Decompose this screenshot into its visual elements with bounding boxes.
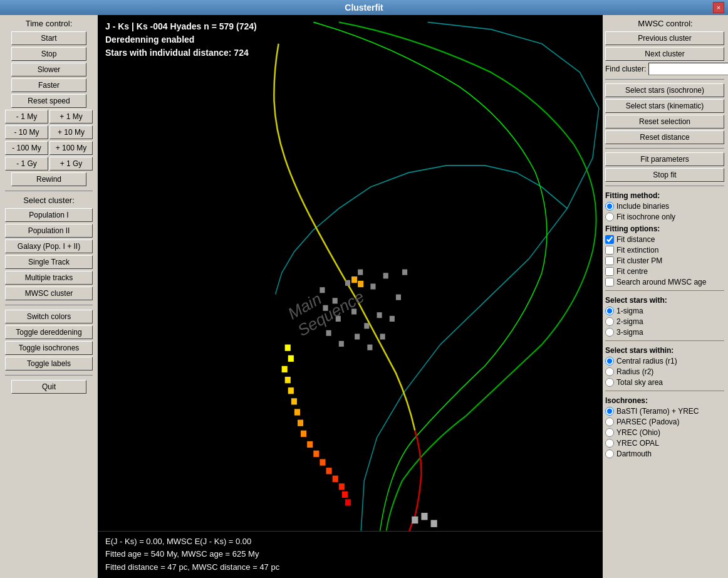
galaxy-button[interactable]: Galaxy (Pop. I + II) bbox=[5, 239, 93, 253]
svg-rect-38 bbox=[358, 281, 363, 287]
faster-button[interactable]: Faster bbox=[11, 78, 86, 92]
svg-rect-29 bbox=[307, 441, 313, 448]
include-binaries-row: Include binaries bbox=[605, 202, 724, 211]
radius-r2-radio[interactable] bbox=[605, 367, 614, 376]
sigma3-row: 3-sigma bbox=[605, 328, 724, 337]
parsec-label: PARSEC (Padova) bbox=[616, 418, 679, 426]
plot-area[interactable]: J - Ks | Ks -004 Hyades n = 579 (724) De… bbox=[98, 15, 603, 531]
yrec-label: YREC (Ohio) bbox=[616, 428, 660, 437]
svg-rect-15 bbox=[367, 345, 372, 350]
svg-rect-20 bbox=[285, 345, 291, 351]
plus-1my-button[interactable]: + 1 My bbox=[49, 110, 93, 123]
fit-cluster-pm-row: Fit cluster PM bbox=[605, 256, 724, 265]
plus-100my-button[interactable]: + 100 My bbox=[49, 141, 93, 155]
fit-isochrone-only-label: Fit isochrone only bbox=[616, 213, 675, 221]
rewind-button[interactable]: Rewind bbox=[11, 172, 86, 186]
svg-rect-8 bbox=[336, 316, 341, 322]
right-panel: MWSC control: Previous cluster Next clus… bbox=[603, 15, 728, 578]
minus-1gy-button[interactable]: - 1 Gy bbox=[5, 157, 48, 171]
yrec-opal-radio[interactable] bbox=[605, 439, 614, 448]
include-binaries-label: Include binaries bbox=[616, 202, 669, 211]
basti-radio[interactable] bbox=[605, 407, 614, 416]
sigma2-label: 2-sigma bbox=[616, 317, 643, 326]
parsec-radio[interactable] bbox=[605, 418, 614, 426]
yrec-radio[interactable] bbox=[605, 428, 614, 437]
stop-fit-button[interactable]: Stop fit bbox=[605, 168, 724, 182]
plus-10my-button[interactable]: + 10 My bbox=[49, 125, 93, 139]
dartmouth-radio[interactable] bbox=[605, 449, 614, 458]
previous-cluster-button[interactable]: Previous cluster bbox=[605, 31, 724, 45]
status-line1: E(J - Ks) = 0.00, MWSC E(J - Ks) = 0.00 bbox=[105, 535, 595, 549]
close-button[interactable]: × bbox=[713, 2, 724, 13]
population2-button[interactable]: Population II bbox=[5, 224, 93, 238]
reset-distance-button[interactable]: Reset distance bbox=[605, 130, 724, 144]
sigma2-radio[interactable] bbox=[605, 317, 614, 326]
sigma1-radio[interactable] bbox=[605, 307, 614, 315]
fit-parameters-button[interactable]: Fit parameters bbox=[605, 152, 724, 166]
multiple-tracks-button[interactable]: Multiple tracks bbox=[5, 271, 93, 285]
minus-10my-button[interactable]: - 10 My bbox=[5, 125, 48, 139]
next-cluster-button[interactable]: Next cluster bbox=[605, 47, 724, 61]
reset-selection-button[interactable]: Reset selection bbox=[605, 115, 724, 129]
minus-100my-button[interactable]: - 100 My bbox=[5, 141, 48, 155]
include-binaries-radio[interactable] bbox=[605, 202, 614, 211]
parsec-row: PARSEC (Padova) bbox=[605, 418, 724, 426]
fit-centre-checkbox[interactable] bbox=[605, 267, 614, 276]
plus-1gy-button[interactable]: + 1 Gy bbox=[49, 157, 93, 171]
svg-rect-39 bbox=[412, 517, 418, 523]
central-radius-radio[interactable] bbox=[605, 357, 614, 365]
mwsc-cluster-button[interactable]: MWSC cluster bbox=[5, 286, 93, 300]
status-bar: E(J - Ks) = 0.00, MWSC E(J - Ks) = 0.00 … bbox=[98, 531, 603, 578]
reset-speed-button[interactable]: Reset speed bbox=[11, 94, 86, 108]
100my-row: - 100 My + 100 My bbox=[5, 141, 93, 155]
mwsc-control-label: MWSC control: bbox=[605, 19, 725, 28]
fit-extinction-checkbox[interactable] bbox=[605, 246, 614, 255]
radius-r2-label: Radius (r2) bbox=[616, 367, 653, 376]
left-panel: Time control: Start Stop Slower Faster R… bbox=[0, 15, 98, 578]
fit-isochrone-only-row: Fit isochrone only bbox=[605, 213, 724, 221]
isochrones-label: Isochrones: bbox=[605, 396, 724, 405]
svg-rect-5 bbox=[370, 283, 375, 289]
svg-rect-33 bbox=[333, 476, 338, 482]
yrec-row: YREC (Ohio) bbox=[605, 428, 724, 437]
select-stars-iso-button[interactable]: Select stars (isochrone) bbox=[605, 83, 724, 97]
sigma3-radio[interactable] bbox=[605, 328, 614, 337]
plot-header-line1: J - Ks | Ks -004 Hyades n = 579 (724) bbox=[105, 20, 257, 33]
basti-label: BaSTI (Teramo) + YREC bbox=[616, 407, 699, 416]
right-divider-2 bbox=[605, 148, 724, 149]
search-mwsc-age-label: Search around MWSC age bbox=[616, 278, 706, 286]
titlebar: Clusterfit × bbox=[0, 0, 728, 15]
svg-rect-0 bbox=[98, 15, 603, 531]
find-cluster-input[interactable] bbox=[648, 63, 728, 75]
right-divider-1 bbox=[605, 79, 724, 80]
svg-rect-26 bbox=[294, 409, 300, 415]
svg-rect-25 bbox=[291, 398, 297, 404]
fit-cluster-pm-checkbox[interactable] bbox=[605, 256, 614, 265]
search-mwsc-age-checkbox[interactable] bbox=[605, 278, 614, 286]
quit-button[interactable]: Quit bbox=[11, 380, 86, 394]
fitting-method-label: Fitting method: bbox=[605, 191, 724, 200]
toggle-isochrones-button[interactable]: Toggle isochrones bbox=[5, 341, 93, 355]
toggle-labels-button[interactable]: Toggle labels bbox=[5, 357, 93, 370]
minus-1my-button[interactable]: - 1 My bbox=[5, 110, 48, 123]
center-panel: J - Ks | Ks -004 Hyades n = 579 (724) De… bbox=[98, 15, 603, 578]
toggle-dereddening-button[interactable]: Toggle dereddening bbox=[5, 325, 93, 339]
total-sky-radio[interactable] bbox=[605, 378, 614, 387]
slower-button[interactable]: Slower bbox=[11, 63, 86, 76]
switch-colors-button[interactable]: Switch colors bbox=[5, 310, 93, 323]
1my-row: - 1 My + 1 My bbox=[5, 110, 93, 123]
single-track-button[interactable]: Single Track bbox=[5, 255, 93, 269]
fit-isochrone-only-radio[interactable] bbox=[605, 213, 614, 221]
select-stars-with-label: Select stars with: bbox=[605, 296, 724, 305]
svg-rect-28 bbox=[301, 431, 306, 437]
stop-button[interactable]: Stop bbox=[11, 47, 86, 61]
svg-rect-37 bbox=[351, 276, 357, 283]
select-stars-kin-button[interactable]: Select stars (kinematic) bbox=[605, 99, 724, 113]
right-divider-6 bbox=[605, 391, 724, 391]
total-sky-row: Total sky area bbox=[605, 378, 724, 387]
find-cluster-label: Find cluster: bbox=[605, 65, 646, 73]
svg-rect-21 bbox=[288, 355, 294, 362]
fit-distance-checkbox[interactable] bbox=[605, 235, 614, 244]
population1-button[interactable]: Population I bbox=[5, 208, 93, 222]
start-button[interactable]: Start bbox=[11, 31, 86, 45]
